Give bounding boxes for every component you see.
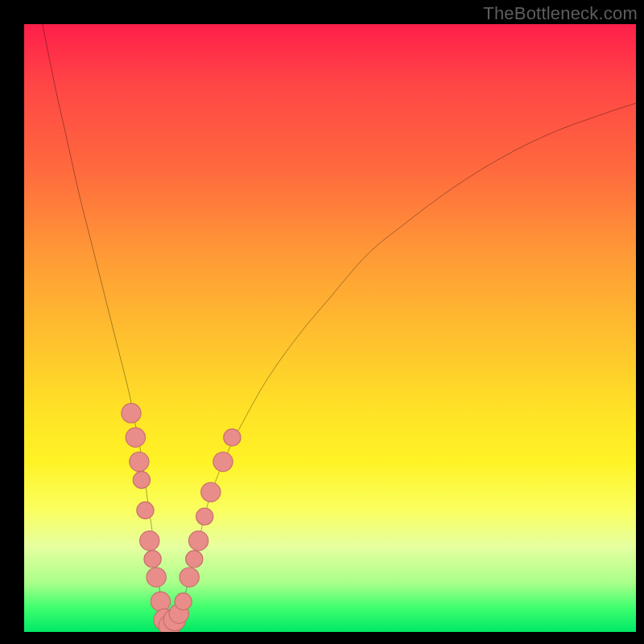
data-point	[196, 508, 213, 525]
data-point	[130, 452, 149, 472]
data-point	[140, 531, 159, 551]
data-point	[224, 429, 241, 446]
data-point	[175, 593, 192, 610]
data-point	[137, 502, 154, 518]
chart-svg	[24, 24, 636, 632]
data-point	[126, 427, 145, 447]
data-point	[201, 482, 221, 502]
bottleneck-curve	[43, 24, 636, 626]
curve-group	[43, 24, 636, 626]
data-point	[188, 531, 208, 551]
data-point	[151, 592, 170, 611]
data-point	[144, 551, 161, 568]
data-point	[147, 568, 166, 587]
data-point	[133, 472, 150, 489]
data-point	[180, 568, 199, 587]
data-point	[213, 452, 233, 472]
chart-frame: TheBottleneck.com	[0, 0, 644, 644]
plot-area	[24, 24, 636, 632]
watermark-text: TheBottleneck.com	[483, 3, 638, 24]
marker-group	[122, 403, 241, 632]
data-point	[122, 403, 141, 423]
data-point	[186, 551, 203, 568]
